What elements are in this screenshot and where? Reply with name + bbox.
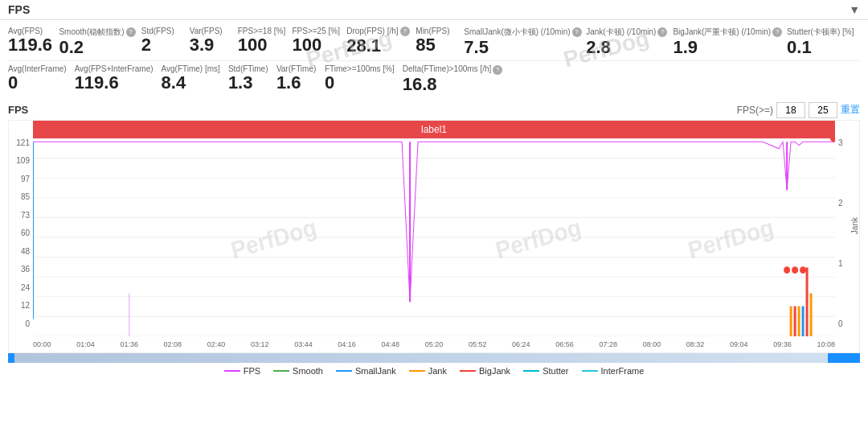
legend-bar: FPS Smooth SmallJank Jank BigJank Stutte…: [8, 363, 860, 377]
legend-item-1: Smooth: [273, 366, 323, 376]
help-icon-r2-6[interactable]: ?: [493, 65, 502, 75]
legend-item-2: SmallJank: [336, 366, 396, 376]
y-label-left-3: 85: [21, 192, 30, 201]
metric-item-11: Stutter(卡顿率) [%] 0.1: [787, 25, 860, 59]
metric-value-0: 119.6: [8, 35, 52, 55]
y-label-right-1: 2: [838, 199, 843, 208]
y-axis-left: 12110997857360483624120: [9, 138, 33, 328]
x-axis: 00:0001:0401:3602:0802:4003:1203:4404:16…: [33, 336, 835, 352]
page-title: FPS: [8, 3, 30, 16]
legend-label-3: Jank: [428, 366, 447, 376]
timeline-indicator: [8, 353, 14, 363]
label1-text: label1: [421, 124, 447, 135]
legend-color-2: [336, 370, 352, 372]
metric-item-r2-0: Avg(InterFrame) 0: [8, 63, 75, 94]
y-label-right-3: 0: [838, 319, 843, 328]
help-icon-10[interactable]: ?: [772, 27, 782, 37]
legend-item-6: InterFrame: [582, 366, 645, 376]
fps-controls: FPS(>=) 重置: [737, 102, 860, 118]
legend-item-4: BigJank: [460, 366, 510, 376]
metric-label-r2-5: FTime>=100ms [%]: [325, 64, 395, 73]
metric-value-3: 3.9: [190, 35, 215, 55]
legend-color-4: [460, 370, 476, 372]
y-label-left-5: 60: [21, 228, 30, 237]
metric-item-2: Std(FPS) 2: [141, 25, 190, 56]
x-label-16: 09:04: [730, 340, 748, 348]
help-icon-6[interactable]: ?: [400, 27, 410, 36]
metric-value-r2-1: 119.6: [75, 73, 119, 93]
metric-value-r2-2: 8.4: [162, 73, 186, 93]
metrics-row2: Avg(InterFrame) 0 Avg(FPS+InterFrame) 11…: [8, 63, 860, 96]
svg-point-20: [784, 266, 790, 274]
x-label-17: 09:36: [773, 340, 792, 348]
metric-item-7: Min(FPS) 85: [416, 25, 464, 56]
legend-label-2: SmallJank: [355, 366, 396, 376]
x-label-15: 08:32: [686, 340, 705, 348]
y-label-left-6: 48: [21, 247, 30, 256]
svg-text:PerfDog: PerfDog: [228, 213, 319, 263]
fps-threshold-label: FPS(>=): [737, 105, 773, 116]
legend-item-3: Jank: [409, 366, 447, 376]
metric-item-9: Jank(卡顿) (/10min)? 2.8: [586, 25, 673, 59]
divider1: [8, 60, 860, 61]
legend-color-0: [224, 370, 240, 372]
metric-item-6: Drop(FPS) [/h]? 28.1: [346, 25, 416, 58]
svg-point-23: [830, 138, 835, 142]
chart-section: FPS FPS(>=) 重置 label1 121109978573604836…: [0, 99, 868, 377]
help-icon-8[interactable]: ?: [572, 27, 582, 37]
y-label-right-0: 3: [838, 138, 843, 147]
metric-value-9: 2.8: [586, 38, 611, 57]
metric-item-1: Smooth(稳帧指数)? 0.2: [59, 25, 141, 59]
x-label-2: 01:36: [120, 340, 138, 348]
timeline-highlight: [828, 353, 860, 363]
x-label-1: 01:04: [76, 340, 95, 348]
metric-label-1: Smooth(稳帧指数)?: [59, 27, 135, 38]
x-label-4: 02:40: [207, 340, 226, 348]
timeline-bar[interactable]: [8, 353, 860, 363]
y-label-left-0: 121: [16, 138, 30, 147]
metric-item-10: BigJank(严重卡顿) (/10min)? 1.9: [673, 25, 787, 59]
legend-label-1: Smooth: [293, 366, 323, 376]
y-label-right-2: 1: [838, 259, 843, 268]
fps-threshold2-input[interactable]: [809, 102, 837, 118]
chart-area: label1 12110997857360483624120 3210 Jank: [8, 120, 860, 353]
metric-item-r2-5: FTime>=100ms [%] 0: [325, 63, 403, 94]
metric-value-6: 28.1: [346, 36, 381, 56]
help-icon-9[interactable]: ?: [657, 27, 667, 37]
chart-header: FPS FPS(>=) 重置: [8, 99, 860, 120]
metric-label-8: SmallJank(微小卡顿) (/10min)?: [464, 27, 581, 38]
legend-color-6: [582, 370, 598, 372]
metric-item-5: FPS>=25 [%] 100: [292, 25, 346, 56]
metric-label-r2-6: Delta(FTime)>100ms [/h]?: [403, 64, 503, 74]
metric-value-4: 100: [238, 35, 268, 55]
dropdown-icon[interactable]: ▼: [849, 3, 860, 16]
metric-value-7: 85: [416, 35, 435, 55]
help-icon-1[interactable]: ?: [126, 27, 136, 37]
reset-button[interactable]: 重置: [841, 103, 860, 117]
metric-value-2: 2: [141, 35, 151, 55]
metric-label-10: BigJank(严重卡顿) (/10min)?: [673, 27, 782, 38]
x-label-14: 08:00: [643, 340, 661, 348]
y-label-left-4: 73: [21, 211, 30, 220]
legend-color-5: [523, 370, 539, 372]
metric-label-9: Jank(卡顿) (/10min)?: [586, 27, 667, 38]
fps-chart-svg: PerfDog PerfDog PerfDog: [33, 138, 835, 336]
legend-label-5: Stutter: [542, 366, 568, 376]
metric-value-r2-5: 0: [325, 73, 334, 93]
metrics-section-row1: Avg(FPS) 119.6 Smooth(稳帧指数)? 0.2 Std(FPS…: [0, 20, 868, 99]
svg-point-21: [792, 266, 798, 274]
metric-value-10: 1.9: [673, 38, 698, 57]
svg-text:PerfDog: PerfDog: [686, 213, 776, 263]
metric-item-4: FPS>=18 [%] 100: [238, 25, 293, 56]
header-bar: FPS ▼: [0, 0, 868, 20]
fps-threshold1-input[interactable]: [776, 102, 805, 118]
legend-label-6: InterFrame: [601, 366, 645, 376]
timeline-track: [14, 353, 828, 363]
x-label-10: 05:52: [469, 340, 487, 348]
metric-item-0: Avg(FPS) 119.6: [8, 25, 59, 56]
x-label-7: 04:16: [338, 340, 356, 348]
x-label-13: 07:28: [599, 340, 617, 348]
metric-value-r2-4: 1.6: [276, 73, 301, 93]
legend-label-0: FPS: [244, 366, 260, 376]
legend-item-5: Stutter: [523, 366, 568, 376]
